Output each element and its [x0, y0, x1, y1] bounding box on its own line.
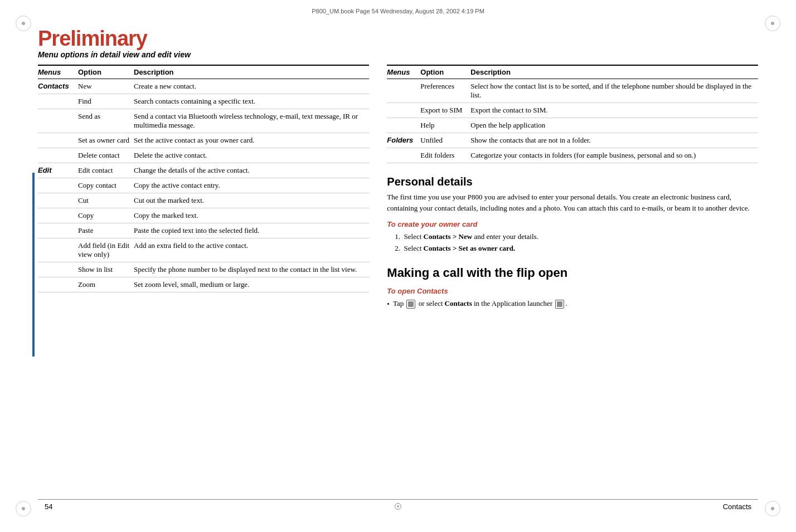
- making-call-subheading: To open Contacts: [387, 287, 758, 295]
- header-menus: Menus: [38, 65, 78, 79]
- right-desc-prefs: Select how the contact list is to be sor…: [470, 79, 758, 103]
- header-description: Description: [134, 65, 369, 79]
- center-mark: [395, 503, 401, 510]
- right-menu-empty-2: [387, 103, 420, 118]
- desc-send-as: Send a contact via Bluetooth wireless te…: [134, 109, 369, 133]
- right-option-edit-folders: Edit folders: [420, 148, 470, 163]
- menu-empty-7: [38, 208, 78, 223]
- desc-find: Search contacts containing a specific te…: [134, 94, 369, 109]
- table-row: Preferences Select how the contact list …: [387, 79, 758, 103]
- desc-delete: Delete the active contact.: [134, 148, 369, 163]
- header-option: Option: [78, 65, 134, 79]
- right-desc-export: Export the contact to SIM.: [470, 103, 758, 118]
- right-menu-empty-4: [387, 148, 420, 163]
- desc-copy-contact: Copy the active contact entry.: [134, 178, 369, 193]
- option-paste: Paste: [78, 223, 134, 238]
- right-menu-folders: Folders: [387, 133, 420, 148]
- desc-copy: Copy the marked text.: [134, 208, 369, 223]
- registration-mark-tl: [16, 16, 31, 31]
- option-cut: Cut: [78, 193, 134, 208]
- desc-zoom: Set zoom level, small, medium or large.: [134, 277, 369, 292]
- table-row: Show in list Specify the phone number to…: [38, 262, 369, 277]
- bottom-divider: [38, 499, 758, 500]
- registration-mark-bl: [16, 501, 31, 516]
- making-call-heading: Making a call with the flip open: [387, 266, 758, 280]
- right-menu-table: Menus Option Description Preferences Sel…: [387, 65, 758, 163]
- table-row: Contacts New Create a new contact.: [38, 79, 369, 94]
- menu-empty-6: [38, 193, 78, 208]
- page-title: Preliminary: [38, 28, 758, 49]
- table-row: Copy contact Copy the active contact ent…: [38, 178, 369, 193]
- right-desc-edit-folders: Categorize your contacts in folders (for…: [470, 148, 758, 163]
- right-header-description: Description: [470, 65, 758, 79]
- menu-contacts: Contacts: [38, 79, 78, 94]
- menu-empty-11: [38, 277, 78, 292]
- option-show-list: Show in list: [78, 262, 134, 277]
- right-menu-empty-1: [387, 79, 420, 103]
- table-row: Set as owner card Set the active contact…: [38, 133, 369, 148]
- right-header-menus: Menus: [387, 65, 420, 79]
- menu-empty-9: [38, 238, 78, 262]
- left-bar: [32, 173, 35, 357]
- right-column: Menus Option Description Preferences Sel…: [387, 65, 758, 499]
- bullet-symbol: •: [387, 299, 390, 310]
- right-option-prefs: Preferences: [420, 79, 470, 103]
- page-subtitle: Menu options in detail view and edit vie…: [38, 50, 758, 59]
- page-label: Contacts: [723, 502, 751, 511]
- table-row: Cut Cut out the marked text.: [38, 193, 369, 208]
- table-row: Help Open the help application: [387, 118, 758, 133]
- option-add-field: Add field (in Edit view only): [78, 238, 134, 262]
- personal-details-subheading: To create your owner card: [387, 220, 758, 228]
- table-row: Edit Edit contact Change the details of …: [38, 163, 369, 178]
- table-row: Find Search contacts containing a specif…: [38, 94, 369, 109]
- right-header-option: Option: [420, 65, 470, 79]
- table-row: Export to SIM Export the contact to SIM.: [387, 103, 758, 118]
- contacts-icon: [406, 300, 415, 309]
- menu-empty-3: [38, 133, 78, 148]
- menu-empty-4: [38, 148, 78, 163]
- table-row: Folders Unfiled Show the contacts that a…: [387, 133, 758, 148]
- desc-edit-contact: Change the details of the active contact…: [134, 163, 369, 178]
- menu-empty-5: [38, 178, 78, 193]
- menu-empty-8: [38, 223, 78, 238]
- option-copy-contact: Copy contact: [78, 178, 134, 193]
- main-content: Preliminary Menu options in detail view …: [38, 28, 758, 499]
- right-desc-help: Open the help application: [470, 118, 758, 133]
- registration-mark-br: [765, 501, 780, 516]
- option-send-as: Send as: [78, 109, 134, 133]
- right-option-export: Export to SIM: [420, 103, 470, 118]
- personal-details-heading: Personal details: [387, 175, 758, 188]
- registration-mark-tr: [765, 16, 780, 31]
- page-number: 54: [45, 502, 52, 511]
- two-column-layout: Menus Option Description Contacts New Cr…: [38, 65, 758, 499]
- menu-empty-1: [38, 94, 78, 109]
- desc-cut: Cut out the marked text.: [134, 193, 369, 208]
- menu-edit: Edit: [38, 163, 78, 178]
- right-table-header-row: Menus Option Description: [387, 65, 758, 79]
- personal-details-step2: 2. Select Contacts > Set as owner card.: [395, 243, 758, 255]
- desc-new: Create a new contact.: [134, 79, 369, 94]
- option-owner-card: Set as owner card: [78, 133, 134, 148]
- right-menu-empty-3: [387, 118, 420, 133]
- table-row: Add field (in Edit view only) Add an ext…: [38, 238, 369, 262]
- menu-empty-10: [38, 262, 78, 277]
- right-option-help: Help: [420, 118, 470, 133]
- menu-empty-2: [38, 109, 78, 133]
- table-row: Delete contact Delete the active contact…: [38, 148, 369, 163]
- bullet-text: Tap or select Contacts in the Applicatio…: [393, 298, 567, 309]
- option-delete: Delete contact: [78, 148, 134, 163]
- option-edit-contact: Edit contact: [78, 163, 134, 178]
- right-option-unfiled: Unfiled: [420, 133, 470, 148]
- table-header-row: Menus Option Description: [38, 65, 369, 79]
- option-zoom: Zoom: [78, 277, 134, 292]
- desc-owner-card: Set the active contact as your owner car…: [134, 133, 369, 148]
- table-row: Paste Paste the copied text into the sel…: [38, 223, 369, 238]
- table-row: Edit folders Categorize your contacts in…: [387, 148, 758, 163]
- left-menu-table: Menus Option Description Contacts New Cr…: [38, 65, 369, 292]
- table-row: Copy Copy the marked text.: [38, 208, 369, 223]
- option-copy: Copy: [78, 208, 134, 223]
- option-new: New: [78, 79, 134, 94]
- making-call-bullet: • Tap or select Contacts in the Applicat…: [387, 298, 758, 310]
- table-row: Zoom Set zoom level, small, medium or la…: [38, 277, 369, 292]
- left-column: Menus Option Description Contacts New Cr…: [38, 65, 369, 499]
